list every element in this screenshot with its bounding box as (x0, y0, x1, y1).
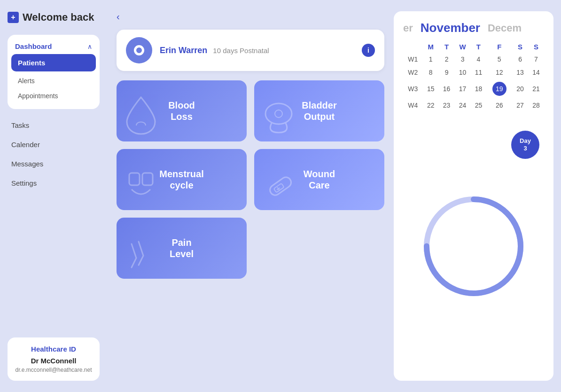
cal-day[interactable]: 4 (470, 53, 486, 66)
cal-header-thu: T (470, 41, 486, 53)
pain-level-card[interactable]: PainLevel (117, 218, 247, 279)
menstrual-cycle-icon (122, 166, 160, 205)
bladder-output-icon (260, 97, 297, 137)
cal-day[interactable]: 21 (528, 79, 544, 99)
menstrual-cycle-label: Menstrualcycle (159, 168, 203, 191)
avatar (126, 37, 152, 63)
bladder-output-card[interactable]: BladderOutput (254, 80, 384, 141)
cal-day[interactable]: 24 (455, 99, 471, 112)
cal-week-label: W4 (403, 99, 423, 112)
cal-header-tue: T (439, 41, 455, 53)
wound-care-card[interactable]: WoundCare (254, 149, 384, 210)
sidebar-item-messages[interactable]: Messages (8, 155, 100, 172)
sidebar: + Welcome back Dashboard ∧ Patients Aler… (0, 0, 107, 392)
circle-chart (417, 190, 530, 303)
sidebar-item-appointments[interactable]: Appointments (11, 88, 96, 103)
calendar-header: er November Decem (403, 21, 544, 35)
cal-day[interactable]: 12 (486, 66, 512, 79)
sidebar-item-tasks[interactable]: Tasks (8, 117, 100, 134)
blood-loss-card[interactable]: BloodLoss (117, 80, 247, 141)
cal-day[interactable]: 19 (486, 79, 512, 99)
logo-icon: + (8, 12, 19, 23)
cal-day[interactable]: 28 (528, 99, 544, 112)
cal-day[interactable]: 3 (455, 53, 471, 66)
bladder-output-label: BladderOutput (302, 100, 336, 122)
cal-day[interactable]: 1 (423, 53, 439, 66)
cal-day[interactable]: 8 (423, 66, 439, 79)
svg-rect-4 (268, 175, 293, 197)
sidebar-footer: Healthcare ID Dr McConnell dr.e.mcconnel… (8, 337, 100, 381)
cal-day[interactable]: 6 (512, 53, 528, 66)
sidebar-item-alerts[interactable]: Alerts (11, 73, 96, 88)
info-button[interactable]: i (362, 44, 375, 57)
cal-day[interactable]: 25 (470, 99, 486, 112)
cal-header-sun: S (528, 41, 544, 53)
cal-header-fri: F (486, 41, 512, 53)
cal-day[interactable]: 11 (470, 66, 486, 79)
svg-point-0 (265, 103, 292, 124)
cal-day[interactable]: 18 (470, 79, 486, 99)
day-label: Day (520, 137, 531, 145)
patient-status: 10 days Postnatal (213, 47, 269, 55)
pain-level-icon (122, 235, 155, 274)
cal-day[interactable]: 17 (455, 79, 471, 99)
main-content: ‹ Erin Warren 10 days Postnatal i BloodL… (107, 0, 394, 392)
cal-day[interactable]: 27 (512, 99, 528, 112)
cal-day[interactable]: 22 (423, 99, 439, 112)
patient-info: Erin Warren 10 days Postnatal (160, 46, 354, 55)
cal-header-sat: S (512, 41, 528, 53)
svg-rect-2 (129, 173, 140, 185)
wound-care-icon (260, 166, 297, 205)
cal-day[interactable]: 26 (486, 99, 512, 112)
doctor-name: Dr McConnell (15, 357, 92, 365)
menstrual-cycle-card[interactable]: Menstrualcycle (117, 149, 247, 210)
svg-rect-3 (142, 173, 153, 185)
cal-day[interactable]: 14 (528, 66, 544, 79)
doctor-email: dr.e.mcconnell@heathcare.net (15, 367, 92, 373)
main-nav: Tasks Calender Messages Settings (8, 117, 100, 192)
blood-loss-icon (122, 93, 160, 137)
next-month: Decem (488, 22, 522, 34)
cal-header-mon: M (423, 41, 439, 53)
patient-name: Erin Warren (160, 46, 207, 55)
cal-header-wed: W (455, 41, 471, 53)
cal-day[interactable]: 16 (439, 79, 455, 99)
dashboard-header: Dashboard ∧ (11, 40, 96, 54)
care-grid: BloodLoss BladderOutput Me (117, 80, 384, 279)
healthcare-id-label: Healthcare ID (15, 345, 92, 353)
cal-day[interactable]: 5 (486, 53, 512, 66)
cal-day[interactable]: 15 (423, 79, 439, 99)
cal-day[interactable]: 13 (512, 66, 528, 79)
sidebar-header: + Welcome back (8, 11, 100, 24)
cal-week-label: W3 (403, 79, 423, 99)
day-number: 3 (523, 145, 527, 152)
patient-card: Erin Warren 10 days Postnatal i (117, 30, 384, 71)
cal-week-label: W1 (403, 53, 423, 66)
cal-week-label: W2 (403, 66, 423, 79)
cal-day[interactable]: 20 (512, 79, 528, 99)
wound-care-label: WoundCare (304, 168, 335, 191)
sidebar-item-settings[interactable]: Settings (8, 174, 100, 192)
svg-point-1 (275, 110, 282, 118)
back-button[interactable]: ‹ (117, 11, 132, 22)
cal-day[interactable]: 2 (439, 53, 455, 66)
dashboard-label: Dashboard (15, 42, 52, 50)
calendar-table: M T W T F S S W11234567W2891011121314W31… (403, 41, 544, 112)
sidebar-item-patients[interactable]: Patients (11, 54, 96, 71)
cal-day[interactable]: 7 (528, 53, 544, 66)
current-month: November (421, 21, 480, 35)
cal-day[interactable]: 9 (439, 66, 455, 79)
blood-loss-label: BloodLoss (168, 100, 195, 122)
prev-month: er (403, 22, 413, 34)
right-panel: er November Decem M T W T F S S W1123456… (394, 11, 553, 381)
dashboard-section: Dashboard ∧ Patients Alerts Appointments (8, 35, 100, 109)
cal-day[interactable]: 23 (439, 99, 455, 112)
circle-chart-container: Day 3 (403, 121, 544, 371)
sidebar-item-calender[interactable]: Calender (8, 136, 100, 153)
app-title: Welcome back (23, 11, 94, 24)
day-badge: Day 3 (511, 131, 539, 159)
chevron-up-icon[interactable]: ∧ (87, 43, 92, 50)
cal-day[interactable]: 10 (455, 66, 471, 79)
pain-level-label: PainLevel (170, 237, 194, 259)
